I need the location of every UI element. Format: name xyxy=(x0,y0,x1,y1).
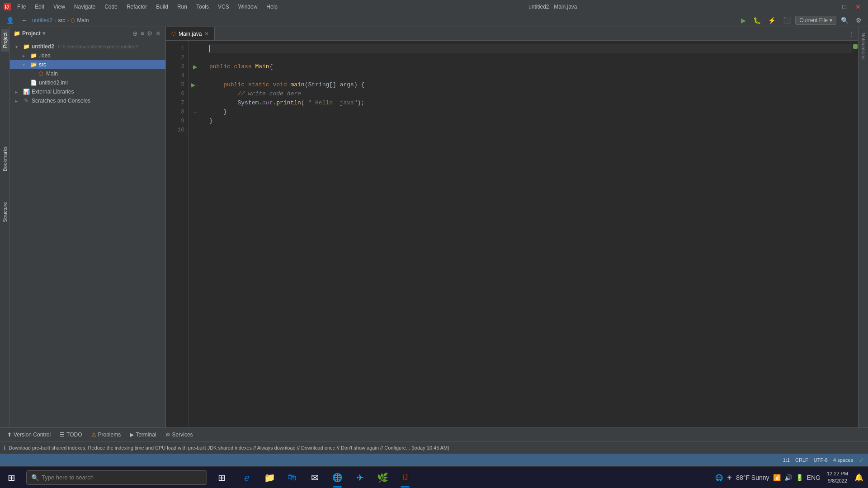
src-folder-icon: 📂 xyxy=(30,61,37,68)
bottom-tab-version-control[interactable]: ⬆ Version Control xyxy=(4,430,54,440)
code-line-1[interactable] xyxy=(209,44,852,53)
menu-help[interactable]: Help xyxy=(264,3,280,11)
edge-button[interactable]: ℯ xyxy=(236,467,258,488)
tree-item-src[interactable]: ▾ 📂 src xyxy=(10,60,165,69)
profile-button[interactable]: 👤 xyxy=(4,15,17,25)
encoding[interactable]: UTF-8 xyxy=(814,457,828,463)
gutter-5[interactable]: ▶ ─ xyxy=(189,80,202,89)
fold-5-icon[interactable]: ─ xyxy=(196,83,199,87)
indent-setting[interactable]: 4 spaces xyxy=(833,457,853,463)
chrome-icon: 🌐 xyxy=(332,473,342,483)
gutter-3[interactable]: ▶ xyxy=(189,62,202,71)
maximize-button[interactable]: □ xyxy=(839,2,850,11)
wifi-icon[interactable]: 📶 xyxy=(772,473,782,482)
tree-item-main-java[interactable]: ▸ ⬡ Main xyxy=(10,69,165,78)
file-explorer-button[interactable]: 📁 xyxy=(259,467,280,488)
line-num-9: 9 xyxy=(166,117,184,126)
telegram-button[interactable]: ✈ xyxy=(349,467,371,488)
tab-menu-button[interactable]: ⋮ xyxy=(844,27,858,40)
menu-tools[interactable]: Tools xyxy=(193,3,212,11)
code-line-3[interactable]: public class Main{ xyxy=(209,62,852,71)
code-line-2[interactable] xyxy=(209,53,852,62)
search-everywhere-button[interactable]: 🔍 xyxy=(838,15,851,25)
code-line-5[interactable]: public static void main(String[] args) { xyxy=(209,80,852,89)
bottom-tab-todo[interactable]: ☰ TODO xyxy=(56,430,85,440)
editor-tab-main[interactable]: ⬡ Main.java ✕ xyxy=(166,27,215,40)
menu-window[interactable]: Window xyxy=(236,3,260,11)
debug-button[interactable]: 🐛 xyxy=(750,15,764,25)
vpn-button[interactable]: 🌿 xyxy=(372,467,393,488)
caret-position[interactable]: 1:1 xyxy=(783,457,790,463)
coverage-button[interactable]: ⚡ xyxy=(765,15,778,25)
code-content[interactable]: public class Main{ public static void ma… xyxy=(202,41,852,427)
tab-close-button[interactable]: ✕ xyxy=(204,31,209,37)
breadcrumb-project[interactable]: untitled2 xyxy=(32,17,52,23)
cursor xyxy=(209,45,210,52)
menu-build[interactable]: Build xyxy=(153,3,171,11)
side-tab-structure[interactable]: Structure xyxy=(1,198,9,226)
code-line-8[interactable]: } xyxy=(209,108,852,117)
right-tab-notifications[interactable]: Notifications xyxy=(859,29,868,63)
notification-center-button[interactable]: 🔔 xyxy=(854,472,864,483)
task-view-button[interactable]: ⊞ xyxy=(211,467,232,488)
taskbar-search[interactable]: 🔍 Type here to search xyxy=(26,470,207,485)
tree-item-external-libs[interactable]: ▸ 📊 External Libraries xyxy=(10,87,165,96)
store-button[interactable]: 🛍 xyxy=(281,467,303,488)
code-line-10[interactable] xyxy=(209,126,852,135)
close-button[interactable]: ✕ xyxy=(852,2,864,11)
locate-file-button[interactable]: ⊕ xyxy=(132,29,139,38)
code-line-6[interactable]: // write code here xyxy=(209,89,852,99)
code-line-7[interactable]: System.out.println( " Hello java"); xyxy=(209,99,852,108)
menu-code[interactable]: Code xyxy=(102,3,120,11)
menu-navigate[interactable]: Navigate xyxy=(71,3,98,11)
run-button[interactable]: ▶ xyxy=(738,15,749,25)
gutter-8[interactable]: ─ xyxy=(189,108,202,117)
menu-vcs[interactable]: VCS xyxy=(215,3,232,11)
current-file-selector[interactable]: Current File ▾ xyxy=(795,16,836,25)
stop-button[interactable]: ⬛ xyxy=(780,15,793,25)
menu-edit[interactable]: Edit xyxy=(32,3,47,11)
breadcrumb-src[interactable]: src xyxy=(58,17,65,23)
battery-icon[interactable]: 🔋 xyxy=(795,473,804,482)
bottom-tab-services[interactable]: ⚙ Services xyxy=(162,430,197,440)
tree-item-idea[interactable]: ▸ 📁 .idea xyxy=(10,51,165,60)
settings-button[interactable]: ⚙ xyxy=(853,15,864,25)
menu-file[interactable]: File xyxy=(14,3,28,11)
tree-item-project[interactable]: ▾ 📁 untitled2 C:\Users\asus\IdeaProjects… xyxy=(10,42,165,51)
side-tab-bookmarks[interactable]: Bookmarks xyxy=(1,143,9,175)
mail-button[interactable]: ✉ xyxy=(304,467,326,488)
code-line-4[interactable] xyxy=(209,71,852,80)
network-icon[interactable]: 🌐 xyxy=(714,473,724,482)
notification-bell-icon: 🔔 xyxy=(854,473,863,482)
code-line-9[interactable]: } xyxy=(209,117,852,126)
breadcrumb-class[interactable]: ⬡ Main xyxy=(71,17,89,23)
tree-item-scratches[interactable]: ▸ ✎ Scratches and Consoles xyxy=(10,96,165,105)
back-button[interactable]: ← xyxy=(19,15,30,25)
language-indicator[interactable]: ENG xyxy=(806,473,821,482)
weather-icon[interactable]: ☀ xyxy=(726,473,733,482)
run-class-icon[interactable]: ▶ xyxy=(193,64,197,70)
taskbar-clock[interactable]: 12:22 PM 9/8/2022 xyxy=(823,470,852,484)
bottom-tab-terminal[interactable]: ▶ Terminal xyxy=(126,430,160,440)
fold-8-icon[interactable]: ─ xyxy=(194,110,197,114)
tree-options-button[interactable]: ⚙ xyxy=(146,29,154,38)
start-button[interactable]: ⊞ xyxy=(0,467,23,488)
line-num-6: 6 xyxy=(166,89,184,99)
line-separator[interactable]: CRLF xyxy=(795,457,808,463)
close-panel-button[interactable]: ✕ xyxy=(155,29,162,38)
intellij-button[interactable]: IJ xyxy=(394,467,416,488)
bottom-tab-problems[interactable]: ⚠ Problems xyxy=(88,430,125,440)
code-editor[interactable]: 1 2 3 4 5 6 7 8 9 10 ▶ ▶ xyxy=(166,41,858,427)
run-main-icon[interactable]: ▶ xyxy=(191,82,195,88)
collapse-all-button[interactable]: ≡ xyxy=(140,29,145,38)
sound-icon[interactable]: 🔊 xyxy=(783,473,793,482)
side-tab-project[interactable]: Project xyxy=(1,29,9,52)
taskbar: ⊞ 🔍 Type here to search ⊞ ℯ 📁 🛍 ✉ 🌐 ✈ 🌿 xyxy=(0,466,868,488)
menu-run[interactable]: Run xyxy=(175,3,190,11)
chrome-button[interactable]: 🌐 xyxy=(326,467,348,488)
menu-refactor[interactable]: Refactor xyxy=(124,3,150,11)
menu-view[interactable]: View xyxy=(51,3,68,11)
minimize-button[interactable]: ─ xyxy=(826,2,837,11)
tree-item-iml[interactable]: ▸ 📄 untitled2.iml xyxy=(10,78,165,87)
weather-temp[interactable]: 88°F Sunny xyxy=(735,473,770,482)
